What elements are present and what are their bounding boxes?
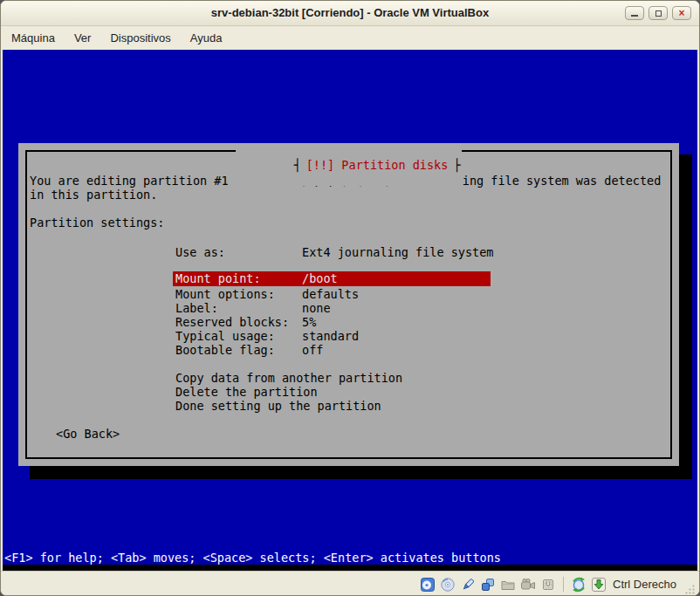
status-bar: U Ctrl Derecho bbox=[1, 571, 699, 596]
video-capture-icon[interactable] bbox=[520, 577, 536, 593]
keyboard-capture-icon[interactable] bbox=[591, 577, 607, 593]
menu-help[interactable]: Ayuda bbox=[190, 31, 223, 45]
setting-row-typical-usage[interactable]: Typical usage: standard bbox=[173, 329, 491, 343]
status-separator bbox=[563, 577, 564, 592]
window-controls: × bbox=[625, 6, 691, 20]
action-delete-partition[interactable]: Delete the partition bbox=[175, 385, 318, 399]
installer-help-line: <F1> for help; <Tab> moves; <Space> sele… bbox=[4, 551, 501, 565]
minimize-icon bbox=[631, 15, 638, 17]
svg-text:U: U bbox=[546, 580, 550, 588]
menu-machine[interactable]: Máquina bbox=[11, 31, 55, 45]
close-icon: × bbox=[678, 8, 684, 18]
go-back-button[interactable]: <Go Back> bbox=[56, 427, 120, 441]
setting-row-reserved-blocks[interactable]: Reserved blocks: 5% bbox=[173, 315, 491, 329]
setting-row-label[interactable]: Label: none bbox=[173, 301, 491, 315]
setting-row-bootable-flag[interactable]: Bootable flag: off bbox=[173, 343, 491, 357]
maximize-icon bbox=[655, 10, 662, 17]
mouse-integration-icon[interactable] bbox=[571, 577, 587, 593]
minimize-button[interactable] bbox=[625, 6, 644, 20]
action-done-setting-up[interactable]: Done setting up the partition bbox=[175, 399, 381, 413]
dialog-title-text: [!!] Partition disks bbox=[306, 158, 449, 172]
intro-text-line2: in this partition. bbox=[30, 188, 157, 202]
optical-disc-icon[interactable] bbox=[440, 577, 456, 593]
maximize-button[interactable] bbox=[649, 6, 668, 20]
guest-console-screen[interactable]: ┤[!!] Partition disks├ You are editing p… bbox=[3, 50, 697, 571]
setting-row-mount-point[interactable]: Mount point: /boot bbox=[173, 271, 491, 286]
setting-row-mount-options[interactable]: Mount options: defaults bbox=[173, 287, 491, 301]
setting-row-use-as[interactable]: Use as: Ext4 journaling file system bbox=[173, 245, 491, 259]
shared-folders-icon[interactable] bbox=[500, 577, 516, 593]
dialog-title: ┤[!!] Partition disks├ bbox=[236, 144, 463, 186]
section-heading: Partition settings: bbox=[30, 216, 164, 229]
hard-disk-icon[interactable] bbox=[420, 577, 436, 593]
window-title: srv-debian-32bit [Corriendo] - Oracle VM… bbox=[1, 6, 699, 19]
usb-device-icon[interactable] bbox=[460, 577, 476, 593]
console-bottom-band bbox=[3, 565, 697, 571]
host-key-label: Ctrl Derecho bbox=[613, 578, 676, 591]
menu-bar: Máquina Ver Dispositivos Ayuda bbox=[1, 26, 699, 50]
network-adapters-icon[interactable] bbox=[480, 577, 496, 593]
window-titlebar: srv-debian-32bit [Corriendo] - Oracle VM… bbox=[1, 1, 699, 26]
virtualization-chip-icon[interactable]: U bbox=[540, 577, 556, 593]
menu-devices[interactable]: Dispositivos bbox=[110, 31, 170, 45]
virtualbox-window: srv-debian-32bit [Corriendo] - Oracle VM… bbox=[0, 0, 700, 596]
partition-disks-dialog: ┤[!!] Partition disks├ You are editing p… bbox=[18, 143, 679, 466]
resize-grip[interactable] bbox=[684, 584, 696, 595]
menu-view[interactable]: Ver bbox=[74, 31, 92, 45]
action-copy-data[interactable]: Copy data from another partition bbox=[175, 371, 402, 385]
close-button[interactable]: × bbox=[672, 6, 691, 20]
